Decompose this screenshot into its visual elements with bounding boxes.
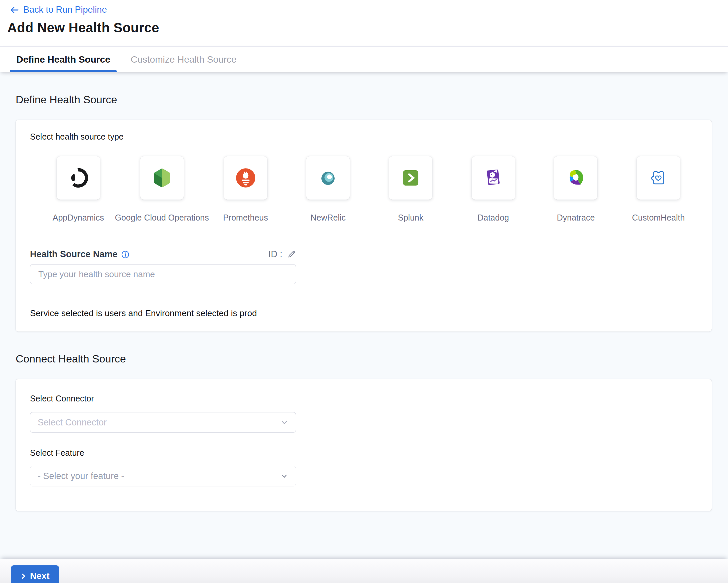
source-type-splunk[interactable]: Splunk — [372, 156, 450, 223]
select-type-label: Select health source type — [30, 132, 124, 141]
source-type-dynatrace[interactable]: Dynatrace — [537, 156, 615, 223]
connector-select-value: Select Connector — [38, 417, 107, 428]
google-cloud-operations-icon — [151, 167, 173, 189]
feature-select[interactable]: - Select your feature - — [30, 466, 296, 487]
edit-pencil-icon[interactable] — [287, 250, 296, 259]
id-label: ID : — [268, 249, 282, 259]
info-icon[interactable] — [121, 250, 130, 259]
define-section-heading: Define Health Source — [16, 72, 728, 106]
tab-define-health-source[interactable]: Define Health Source — [10, 47, 117, 72]
health-source-name-label: Health Source Name — [30, 249, 130, 259]
chevron-down-icon — [280, 472, 288, 480]
source-type-datadog[interactable]: Datadog — [454, 156, 532, 223]
source-type-google-cloud-operations[interactable]: Google Cloud Operations — [122, 156, 202, 223]
tab-customize-health-source[interactable]: Customize Health Source — [129, 47, 238, 72]
select-feature-label: Select Feature — [30, 448, 697, 458]
content-area: Define Health Source Select health sourc… — [0, 72, 728, 559]
dynatrace-icon — [565, 167, 586, 189]
next-button[interactable]: Next — [11, 565, 59, 583]
health-source-type-row: AppDynamics Google Cloud Operations — [39, 156, 697, 223]
footer-bar: Next — [0, 559, 728, 583]
customhealth-icon — [648, 167, 669, 189]
next-button-label: Next — [30, 571, 50, 581]
arrow-left-icon — [9, 5, 19, 15]
appdynamics-icon — [68, 167, 89, 189]
splunk-icon — [400, 167, 421, 189]
connect-section-heading: Connect Health Source — [16, 331, 728, 365]
source-type-prometheus[interactable]: Prometheus — [207, 156, 285, 223]
select-connector-label: Select Connector — [30, 394, 697, 404]
chevron-right-icon — [20, 573, 27, 579]
page-title: Add New Health Source — [7, 20, 728, 35]
connect-health-source-card: Select Connector Select Connector Select… — [16, 379, 712, 511]
chevron-down-icon — [280, 418, 288, 426]
health-source-name-input[interactable] — [30, 264, 296, 284]
connector-select[interactable]: Select Connector — [30, 412, 296, 433]
source-type-newrelic[interactable]: NewRelic — [289, 156, 367, 223]
back-link[interactable]: Back to Run Pipeline — [9, 5, 107, 15]
back-link-label: Back to Run Pipeline — [23, 5, 107, 15]
tab-bar: Define Health Source Customize Health So… — [0, 46, 728, 72]
datadog-icon — [482, 167, 504, 189]
prometheus-icon — [235, 167, 256, 189]
page-header: Back to Run Pipeline Add New Health Sour… — [0, 0, 728, 46]
source-type-appdynamics[interactable]: AppDynamics — [39, 156, 117, 223]
source-type-customhealth[interactable]: CustomHealth — [619, 156, 697, 223]
newrelic-icon — [318, 168, 338, 188]
id-row: ID : — [268, 249, 296, 259]
define-health-source-card: Select health source type AppDynamics — [16, 120, 712, 331]
feature-select-value: - Select your feature - — [38, 471, 124, 481]
name-field-header: Health Source Name ID : — [30, 249, 296, 259]
service-environment-text: Service selected is users and Environmen… — [30, 308, 697, 318]
